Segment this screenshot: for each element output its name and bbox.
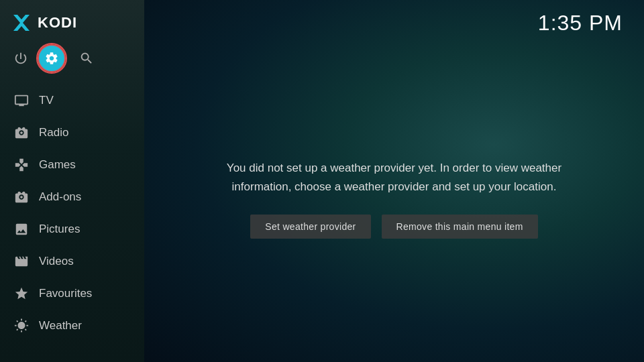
sidebar-label-favourites: Favourites — [39, 287, 92, 300]
tv-icon — [13, 93, 30, 109]
sidebar-item-favourites[interactable]: Favourites — [0, 278, 144, 310]
sidebar-item-games[interactable]: Games — [0, 149, 144, 181]
sidebar: KODI TV — [0, 0, 144, 362]
videos-icon — [13, 253, 30, 269]
pictures-icon — [13, 221, 30, 237]
sidebar-label-tv: TV — [39, 94, 54, 107]
search-icon — [79, 51, 94, 66]
weather-action-buttons: Set weather provider Remove this main me… — [250, 215, 537, 239]
sidebar-label-videos: Videos — [39, 255, 74, 268]
favourites-icon — [13, 286, 30, 302]
sidebar-item-tv[interactable]: TV — [0, 84, 144, 117]
main-content: 1:35 PM You did not set up a weather pro… — [144, 0, 644, 362]
power-button[interactable] — [11, 48, 31, 68]
sidebar-header: KODI — [0, 0, 144, 40]
sidebar-nav: TV Radio Games Add-ons P — [0, 82, 144, 362]
sidebar-item-pictures[interactable]: Pictures — [0, 213, 144, 245]
power-icon — [13, 51, 28, 66]
sidebar-item-radio[interactable]: Radio — [0, 117, 144, 149]
sidebar-label-games: Games — [39, 158, 76, 172]
kodi-logo-icon — [11, 12, 32, 34]
set-weather-provider-button[interactable]: Set weather provider — [250, 215, 370, 239]
sidebar-controls — [0, 40, 144, 82]
sidebar-label-addons: Add-ons — [39, 190, 81, 204]
addons-icon — [13, 189, 30, 205]
weather-info-message: You did not set up a weather provider ye… — [200, 159, 589, 195]
weather-icon — [13, 318, 30, 334]
kodi-logo: KODI — [11, 12, 77, 34]
weather-content-area: You did not set up a weather provider ye… — [144, 36, 644, 362]
games-icon — [13, 157, 30, 173]
top-bar: 1:35 PM — [144, 0, 644, 36]
clock-display: 1:35 PM — [538, 11, 623, 36]
sidebar-item-videos[interactable]: Videos — [0, 245, 144, 278]
radio-icon — [13, 125, 30, 141]
settings-button[interactable] — [38, 44, 66, 72]
sidebar-label-weather: Weather — [39, 319, 82, 333]
search-button[interactable] — [76, 48, 97, 68]
sidebar-item-weather[interactable]: Weather — [0, 310, 144, 342]
sidebar-label-pictures: Pictures — [39, 223, 80, 236]
svg-marker-0 — [13, 15, 30, 31]
app-title: KODI — [38, 14, 77, 32]
sidebar-item-addons[interactable]: Add-ons — [0, 181, 144, 213]
remove-menu-item-button[interactable]: Remove this main menu item — [382, 215, 538, 239]
sidebar-label-radio: Radio — [39, 126, 68, 139]
settings-gear-icon — [44, 51, 59, 66]
